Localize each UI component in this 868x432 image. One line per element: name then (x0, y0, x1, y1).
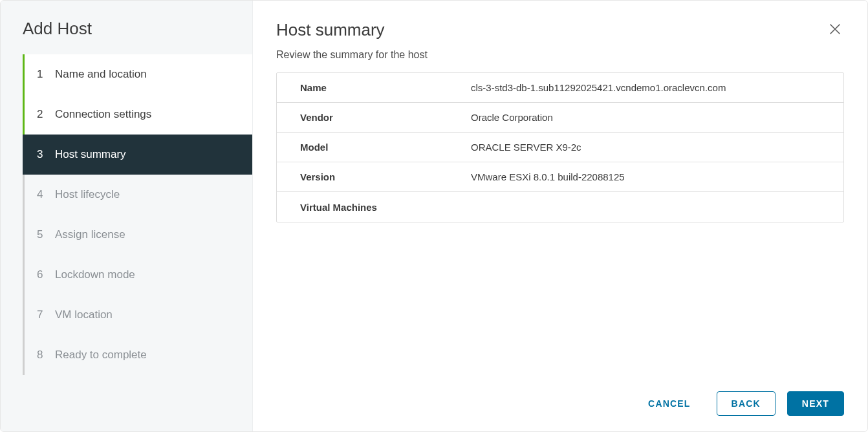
wizard-steps: 1 Name and location 2 Connection setting… (23, 54, 252, 375)
summary-value: ORACLE SERVER X9-2c (458, 134, 843, 160)
summary-row-vendor: Vendor Oracle Corporation (277, 103, 843, 133)
summary-label: Virtual Machines (277, 194, 458, 221)
wizard-main-panel: Host summary Review the summary for the … (253, 1, 867, 431)
step-number: 4 (37, 188, 49, 201)
step-ready-to-complete: 8 Ready to complete (23, 335, 252, 375)
step-label: Host summary (55, 148, 126, 161)
step-host-lifecycle: 4 Host lifecycle (23, 175, 252, 215)
step-label: Assign license (55, 228, 125, 241)
summary-value: Oracle Corporation (458, 104, 843, 131)
step-label: VM location (55, 308, 113, 321)
cancel-button[interactable]: CANCEL (634, 392, 705, 415)
summary-label: Version (277, 164, 458, 190)
summary-row-version: Version VMware ESXi 8.0.1 build-22088125 (277, 162, 843, 192)
step-number: 5 (37, 228, 49, 241)
wizard-title: Add Host (1, 19, 252, 54)
next-button[interactable]: NEXT (787, 391, 844, 416)
step-name-and-location[interactable]: 1 Name and location (23, 54, 252, 94)
page-subtitle: Review the summary for the host (276, 49, 844, 61)
add-host-wizard: Add Host 1 Name and location 2 Connectio… (0, 0, 868, 432)
step-vm-location: 7 VM location (23, 295, 252, 335)
summary-row-virtual-machines: Virtual Machines (277, 192, 843, 222)
main-header: Host summary (276, 20, 844, 49)
step-number: 1 (37, 68, 49, 81)
step-number: 6 (37, 268, 49, 281)
step-label: Ready to complete (55, 349, 147, 362)
wizard-footer: CANCEL BACK NEXT (276, 378, 844, 416)
step-number: 7 (37, 308, 49, 321)
step-label: Connection settings (55, 108, 151, 121)
step-host-summary[interactable]: 3 Host summary (23, 135, 252, 175)
page-title: Host summary (276, 20, 385, 40)
summary-row-name: Name cls-3-std3-db-1.sub11292025421.vcnd… (277, 73, 843, 103)
back-button[interactable]: BACK (717, 391, 776, 416)
summary-label: Model (277, 134, 458, 160)
step-label: Name and location (55, 68, 147, 81)
step-assign-license: 5 Assign license (23, 215, 252, 255)
step-label: Lockdown mode (55, 268, 135, 281)
summary-value: VMware ESXi 8.0.1 build-22088125 (458, 164, 843, 190)
summary-label: Name (277, 74, 458, 101)
host-summary-table: Name cls-3-std3-db-1.sub11292025421.vcnd… (276, 72, 844, 222)
summary-label: Vendor (277, 104, 458, 131)
step-number: 2 (37, 108, 49, 121)
summary-value (458, 199, 843, 215)
step-number: 8 (37, 349, 49, 362)
summary-value: cls-3-std3-db-1.sub11292025421.vcndemo1.… (458, 74, 843, 101)
close-icon (829, 23, 841, 36)
close-button[interactable] (826, 20, 844, 38)
step-connection-settings[interactable]: 2 Connection settings (23, 94, 252, 135)
summary-row-model: Model ORACLE SERVER X9-2c (277, 133, 843, 162)
wizard-sidebar: Add Host 1 Name and location 2 Connectio… (1, 1, 253, 431)
step-lockdown-mode: 6 Lockdown mode (23, 255, 252, 295)
step-label: Host lifecycle (55, 188, 120, 201)
step-number: 3 (37, 148, 49, 161)
